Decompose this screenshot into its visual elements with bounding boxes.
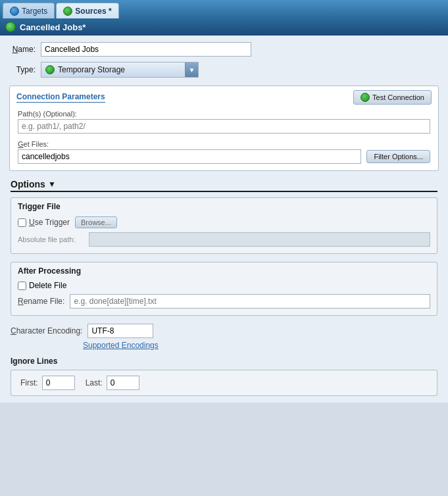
connection-params-section: Connection Parameters Test Connection Pa…: [9, 86, 439, 171]
type-dropdown-text: Temporary Storage: [41, 64, 185, 76]
tab-bar: Targets Sources *: [0, 0, 448, 18]
first-input[interactable]: [42, 376, 75, 390]
options-section: Options ▼ Trigger File Use Trigger Brows…: [9, 179, 439, 396]
supported-encodings-link[interactable]: Supported Encodings: [83, 341, 159, 350]
section-title: Connection Parameters: [16, 92, 105, 103]
supported-enc-row: Supported Encodings: [11, 341, 437, 350]
type-dropdown[interactable]: Temporary Storage ▼: [41, 62, 199, 78]
after-processing-inner: Delete File Rename File:: [11, 278, 437, 315]
sources-tab-icon: [63, 7, 72, 16]
title-bar-label: Cancelled Jobs*: [20, 22, 86, 32]
trigger-row: Use Trigger Browse...: [18, 216, 430, 228]
title-bar-icon: [5, 22, 16, 32]
abs-path-label: Absolute file path:: [18, 236, 84, 243]
name-label: Name:: [9, 45, 36, 54]
get-files-input[interactable]: [18, 149, 361, 164]
filter-options-button[interactable]: Filter Options...: [366, 150, 430, 163]
after-processing-section: After Processing Delete File Rename File…: [11, 262, 437, 316]
ignore-lines-title: Ignore Lines: [11, 357, 437, 366]
abs-path-input[interactable]: [89, 232, 430, 247]
tab-targets[interactable]: Targets: [3, 3, 55, 18]
char-enc-row: Character Encoding:: [11, 324, 437, 338]
get-files-row: Filter Options...: [18, 149, 430, 164]
rename-row: Rename File:: [18, 294, 430, 309]
test-connection-label: Test Connection: [372, 93, 424, 101]
type-row: Type: Temporary Storage ▼: [9, 62, 439, 78]
rename-input[interactable]: [70, 294, 430, 309]
type-dropdown-arrow[interactable]: ▼: [185, 62, 198, 77]
section-inner: Path(s) (Optional): Get Files: Filter Op…: [10, 107, 438, 170]
get-files-label: Get Files:: [18, 140, 430, 148]
type-icon: [45, 65, 55, 74]
delete-row: Delete File: [18, 281, 430, 290]
ignore-lines-box: First: Last:: [11, 370, 437, 396]
targets-tab-icon: [10, 7, 19, 16]
first-label: First:: [20, 378, 38, 387]
tab-sources[interactable]: Sources *: [56, 3, 118, 18]
test-conn-icon: [361, 93, 370, 102]
tab-targets-label: Targets: [22, 7, 47, 16]
title-bar: Cancelled Jobs*: [0, 18, 448, 36]
section-header: Connection Parameters Test Connection: [10, 86, 438, 107]
use-trigger-text: Use Trigger: [29, 218, 70, 227]
abs-path-row: Absolute file path:: [18, 232, 430, 247]
browse-label: Browse...: [81, 218, 111, 226]
test-connection-button[interactable]: Test Connection: [353, 90, 432, 105]
char-enc-label: Character Encoding:: [11, 326, 82, 335]
rename-label: Rename File:: [18, 297, 64, 306]
paths-label: Path(s) (Optional):: [18, 110, 430, 118]
filter-options-label: Filter Options...: [374, 153, 423, 161]
delete-file-label[interactable]: Delete File: [29, 281, 66, 290]
use-trigger-label[interactable]: Use Trigger: [18, 218, 70, 227]
options-title: Options ▼: [11, 179, 437, 192]
delete-file-checkbox[interactable]: [18, 282, 26, 290]
name-row: Name:: [9, 42, 439, 57]
main-content: Name: Type: Temporary Storage ▼ Connecti…: [0, 36, 448, 403]
first-field: First:: [20, 376, 75, 390]
use-trigger-checkbox[interactable]: [18, 218, 26, 227]
trigger-file-inner: Use Trigger Browse... Absolute file path…: [11, 214, 437, 253]
char-enc-input[interactable]: [87, 324, 153, 338]
trigger-file-title: Trigger File: [11, 198, 437, 214]
ignore-lines-section: Ignore Lines First: Last:: [11, 357, 437, 396]
type-label: Type:: [9, 65, 36, 74]
tab-sources-label: Sources *: [75, 7, 111, 16]
type-value: Temporary Storage: [58, 65, 125, 74]
last-input[interactable]: [107, 376, 139, 390]
trigger-file-section: Trigger File Use Trigger Browse... Absol…: [11, 197, 437, 254]
options-label: Options: [11, 179, 45, 189]
name-input[interactable]: [41, 42, 251, 57]
after-processing-title: After Processing: [11, 262, 437, 278]
last-field: Last:: [86, 376, 139, 390]
last-label: Last:: [86, 378, 103, 387]
paths-input[interactable]: [18, 119, 430, 134]
options-chevron-icon[interactable]: ▼: [48, 180, 56, 189]
browse-button[interactable]: Browse...: [75, 216, 117, 228]
